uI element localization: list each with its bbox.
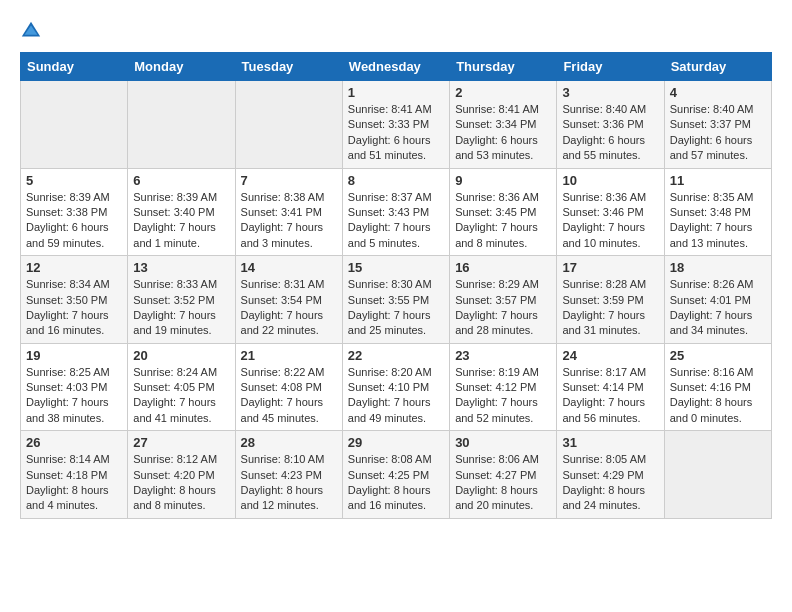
- day-info: Sunrise: 8:35 AM Sunset: 3:48 PM Dayligh…: [670, 190, 766, 252]
- calendar-cell: 2Sunrise: 8:41 AM Sunset: 3:34 PM Daylig…: [450, 81, 557, 169]
- calendar-cell: 12Sunrise: 8:34 AM Sunset: 3:50 PM Dayli…: [21, 256, 128, 344]
- day-number: 24: [562, 348, 658, 363]
- day-info: Sunrise: 8:34 AM Sunset: 3:50 PM Dayligh…: [26, 277, 122, 339]
- day-number: 19: [26, 348, 122, 363]
- day-info: Sunrise: 8:38 AM Sunset: 3:41 PM Dayligh…: [241, 190, 337, 252]
- calendar-cell: 31Sunrise: 8:05 AM Sunset: 4:29 PM Dayli…: [557, 431, 664, 519]
- calendar-cell: 5Sunrise: 8:39 AM Sunset: 3:38 PM Daylig…: [21, 168, 128, 256]
- day-info: Sunrise: 8:20 AM Sunset: 4:10 PM Dayligh…: [348, 365, 444, 427]
- calendar-cell: [21, 81, 128, 169]
- calendar-cell: 3Sunrise: 8:40 AM Sunset: 3:36 PM Daylig…: [557, 81, 664, 169]
- day-info: Sunrise: 8:25 AM Sunset: 4:03 PM Dayligh…: [26, 365, 122, 427]
- day-number: 1: [348, 85, 444, 100]
- day-info: Sunrise: 8:39 AM Sunset: 3:38 PM Dayligh…: [26, 190, 122, 252]
- calendar-cell: 9Sunrise: 8:36 AM Sunset: 3:45 PM Daylig…: [450, 168, 557, 256]
- day-header-tuesday: Tuesday: [235, 53, 342, 81]
- day-info: Sunrise: 8:39 AM Sunset: 3:40 PM Dayligh…: [133, 190, 229, 252]
- day-info: Sunrise: 8:05 AM Sunset: 4:29 PM Dayligh…: [562, 452, 658, 514]
- day-number: 20: [133, 348, 229, 363]
- calendar-week-row: 5Sunrise: 8:39 AM Sunset: 3:38 PM Daylig…: [21, 168, 772, 256]
- calendar-cell: 20Sunrise: 8:24 AM Sunset: 4:05 PM Dayli…: [128, 343, 235, 431]
- day-header-wednesday: Wednesday: [342, 53, 449, 81]
- day-number: 10: [562, 173, 658, 188]
- calendar-cell: [235, 81, 342, 169]
- day-number: 22: [348, 348, 444, 363]
- calendar-header-row: SundayMondayTuesdayWednesdayThursdayFrid…: [21, 53, 772, 81]
- day-number: 15: [348, 260, 444, 275]
- day-number: 11: [670, 173, 766, 188]
- logo-icon: [20, 20, 42, 42]
- day-number: 30: [455, 435, 551, 450]
- calendar-cell: 11Sunrise: 8:35 AM Sunset: 3:48 PM Dayli…: [664, 168, 771, 256]
- day-info: Sunrise: 8:29 AM Sunset: 3:57 PM Dayligh…: [455, 277, 551, 339]
- day-header-saturday: Saturday: [664, 53, 771, 81]
- day-number: 25: [670, 348, 766, 363]
- day-number: 3: [562, 85, 658, 100]
- calendar-cell: 21Sunrise: 8:22 AM Sunset: 4:08 PM Dayli…: [235, 343, 342, 431]
- day-number: 9: [455, 173, 551, 188]
- calendar-cell: 4Sunrise: 8:40 AM Sunset: 3:37 PM Daylig…: [664, 81, 771, 169]
- day-info: Sunrise: 8:31 AM Sunset: 3:54 PM Dayligh…: [241, 277, 337, 339]
- calendar-cell: [128, 81, 235, 169]
- day-info: Sunrise: 8:26 AM Sunset: 4:01 PM Dayligh…: [670, 277, 766, 339]
- calendar-cell: 29Sunrise: 8:08 AM Sunset: 4:25 PM Dayli…: [342, 431, 449, 519]
- day-info: Sunrise: 8:12 AM Sunset: 4:20 PM Dayligh…: [133, 452, 229, 514]
- day-info: Sunrise: 8:41 AM Sunset: 3:34 PM Dayligh…: [455, 102, 551, 164]
- calendar-cell: 13Sunrise: 8:33 AM Sunset: 3:52 PM Dayli…: [128, 256, 235, 344]
- calendar-cell: 17Sunrise: 8:28 AM Sunset: 3:59 PM Dayli…: [557, 256, 664, 344]
- day-number: 17: [562, 260, 658, 275]
- day-number: 18: [670, 260, 766, 275]
- calendar-cell: [664, 431, 771, 519]
- calendar-cell: 23Sunrise: 8:19 AM Sunset: 4:12 PM Dayli…: [450, 343, 557, 431]
- calendar-cell: 1Sunrise: 8:41 AM Sunset: 3:33 PM Daylig…: [342, 81, 449, 169]
- day-info: Sunrise: 8:17 AM Sunset: 4:14 PM Dayligh…: [562, 365, 658, 427]
- day-header-friday: Friday: [557, 53, 664, 81]
- day-info: Sunrise: 8:40 AM Sunset: 3:37 PM Dayligh…: [670, 102, 766, 164]
- calendar-week-row: 26Sunrise: 8:14 AM Sunset: 4:18 PM Dayli…: [21, 431, 772, 519]
- calendar-cell: 30Sunrise: 8:06 AM Sunset: 4:27 PM Dayli…: [450, 431, 557, 519]
- day-number: 13: [133, 260, 229, 275]
- calendar-cell: 15Sunrise: 8:30 AM Sunset: 3:55 PM Dayli…: [342, 256, 449, 344]
- calendar-cell: 16Sunrise: 8:29 AM Sunset: 3:57 PM Dayli…: [450, 256, 557, 344]
- day-number: 7: [241, 173, 337, 188]
- day-header-sunday: Sunday: [21, 53, 128, 81]
- day-number: 6: [133, 173, 229, 188]
- day-info: Sunrise: 8:41 AM Sunset: 3:33 PM Dayligh…: [348, 102, 444, 164]
- day-header-thursday: Thursday: [450, 53, 557, 81]
- calendar-cell: 19Sunrise: 8:25 AM Sunset: 4:03 PM Dayli…: [21, 343, 128, 431]
- day-info: Sunrise: 8:30 AM Sunset: 3:55 PM Dayligh…: [348, 277, 444, 339]
- calendar-cell: 27Sunrise: 8:12 AM Sunset: 4:20 PM Dayli…: [128, 431, 235, 519]
- day-number: 21: [241, 348, 337, 363]
- page-header: [20, 20, 772, 42]
- calendar-cell: 25Sunrise: 8:16 AM Sunset: 4:16 PM Dayli…: [664, 343, 771, 431]
- calendar-week-row: 1Sunrise: 8:41 AM Sunset: 3:33 PM Daylig…: [21, 81, 772, 169]
- day-info: Sunrise: 8:19 AM Sunset: 4:12 PM Dayligh…: [455, 365, 551, 427]
- calendar-cell: 26Sunrise: 8:14 AM Sunset: 4:18 PM Dayli…: [21, 431, 128, 519]
- calendar-week-row: 19Sunrise: 8:25 AM Sunset: 4:03 PM Dayli…: [21, 343, 772, 431]
- day-info: Sunrise: 8:08 AM Sunset: 4:25 PM Dayligh…: [348, 452, 444, 514]
- calendar-cell: 14Sunrise: 8:31 AM Sunset: 3:54 PM Dayli…: [235, 256, 342, 344]
- day-header-monday: Monday: [128, 53, 235, 81]
- day-info: Sunrise: 8:22 AM Sunset: 4:08 PM Dayligh…: [241, 365, 337, 427]
- calendar-cell: 28Sunrise: 8:10 AM Sunset: 4:23 PM Dayli…: [235, 431, 342, 519]
- day-info: Sunrise: 8:06 AM Sunset: 4:27 PM Dayligh…: [455, 452, 551, 514]
- day-info: Sunrise: 8:37 AM Sunset: 3:43 PM Dayligh…: [348, 190, 444, 252]
- day-number: 16: [455, 260, 551, 275]
- day-number: 29: [348, 435, 444, 450]
- calendar-cell: 10Sunrise: 8:36 AM Sunset: 3:46 PM Dayli…: [557, 168, 664, 256]
- day-number: 8: [348, 173, 444, 188]
- day-number: 27: [133, 435, 229, 450]
- day-number: 14: [241, 260, 337, 275]
- day-info: Sunrise: 8:16 AM Sunset: 4:16 PM Dayligh…: [670, 365, 766, 427]
- day-info: Sunrise: 8:36 AM Sunset: 3:46 PM Dayligh…: [562, 190, 658, 252]
- day-number: 2: [455, 85, 551, 100]
- calendar-cell: 7Sunrise: 8:38 AM Sunset: 3:41 PM Daylig…: [235, 168, 342, 256]
- day-number: 5: [26, 173, 122, 188]
- calendar-cell: 8Sunrise: 8:37 AM Sunset: 3:43 PM Daylig…: [342, 168, 449, 256]
- day-info: Sunrise: 8:14 AM Sunset: 4:18 PM Dayligh…: [26, 452, 122, 514]
- day-number: 12: [26, 260, 122, 275]
- calendar-cell: 6Sunrise: 8:39 AM Sunset: 3:40 PM Daylig…: [128, 168, 235, 256]
- day-number: 23: [455, 348, 551, 363]
- day-info: Sunrise: 8:36 AM Sunset: 3:45 PM Dayligh…: [455, 190, 551, 252]
- day-info: Sunrise: 8:28 AM Sunset: 3:59 PM Dayligh…: [562, 277, 658, 339]
